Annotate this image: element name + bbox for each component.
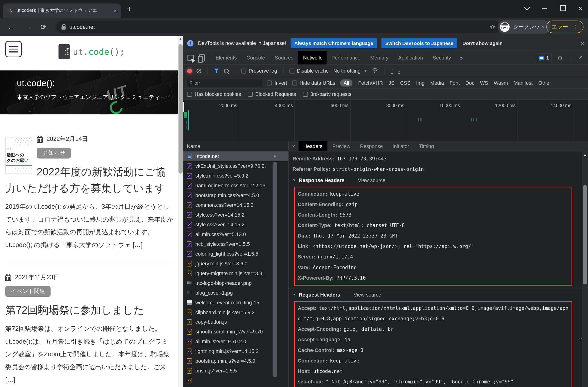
incognito-badge: シークレット <box>498 20 550 34</box>
details-tab[interactable]: Response <box>355 141 388 151</box>
scroll-up-arrow-icon[interactable]: ▲ <box>272 154 277 158</box>
issues-counter[interactable]: 1 <box>536 53 552 62</box>
reload-button[interactable]: ⟳ <box>41 23 46 31</box>
devtools-tab[interactable]: Network <box>298 51 327 64</box>
details-tab[interactable]: Preview <box>327 141 355 151</box>
throttling-dropdown[interactable]: No throttling ▼ <box>333 68 367 74</box>
back-button[interactable]: ← <box>7 23 15 31</box>
filter-category[interactable]: JS <box>388 80 394 86</box>
filter-funnel-icon[interactable] <box>214 68 220 73</box>
network-conditions-icon[interactable] <box>372 68 378 74</box>
scrollbar-thumb[interactable] <box>179 44 183 174</box>
devtools-tab[interactable]: Security <box>428 51 456 64</box>
devtools-tab[interactable]: Elements <box>211 51 242 64</box>
view-source-link[interactable]: View source <box>358 178 385 183</box>
details-close-icon[interactable]: × <box>289 143 298 149</box>
filter-category[interactable]: Manifest <box>513 80 532 86</box>
request-name: style.css?ver=14.15.2 <box>195 222 244 227</box>
post-category-badge[interactable]: イベント関連 <box>5 286 51 297</box>
filter-input[interactable] <box>187 79 262 86</box>
search-icon[interactable] <box>224 68 229 73</box>
match-language-button[interactable]: Always match Chrome's language <box>291 38 377 49</box>
minimize-button[interactable] <box>542 8 547 9</box>
disable-cache-checkbox[interactable] <box>289 68 294 73</box>
filter-category[interactable]: CSS <box>400 80 411 86</box>
bookmark-star-icon[interactable]: ☆ <box>490 23 495 31</box>
filter-category[interactable]: Doc <box>465 80 474 86</box>
disclosure-triangle-icon[interactable]: ▼ <box>293 293 296 297</box>
devtools-kebab-icon[interactable]: ⋮ <box>568 54 574 61</box>
details-scrollbar[interactable]: ▲ <box>582 151 588 387</box>
site-logo[interactable]: UT.C ut.code(); <box>0 44 183 59</box>
scroll-up-arrow-icon[interactable]: ▲ <box>178 36 183 42</box>
profile-error-button[interactable]: エラー ⋮ <box>546 21 584 33</box>
request-type-icon <box>187 241 192 247</box>
hero-title: ut.code(); <box>17 78 183 89</box>
address-bar[interactable]: utcode.net ☆ <box>56 21 501 34</box>
lock-icon[interactable] <box>62 26 65 30</box>
third-party-requests-checkbox[interactable] <box>303 92 308 96</box>
devtools-tab[interactable]: Application <box>393 51 428 64</box>
inspect-element-icon[interactable] <box>185 53 196 62</box>
forward-button[interactable]: → <box>24 23 31 31</box>
request-type-icon <box>187 173 192 179</box>
devtools-close-icon[interactable]: × <box>579 54 583 61</box>
devtools-tab[interactable]: Performance <box>327 51 365 64</box>
tab-search-chevron-icon[interactable] <box>524 4 530 10</box>
filter-category[interactable]: Img <box>416 80 424 86</box>
filter-category[interactable]: WS <box>480 80 488 86</box>
hide-data-urls-checkbox[interactable] <box>292 81 297 85</box>
request-list-scrollbar[interactable]: ▲ <box>272 154 277 386</box>
dont-show-again-button[interactable]: Don't show again <box>462 41 503 46</box>
switch-japanese-button[interactable]: Switch DevTools to Japanese <box>381 38 457 49</box>
scroll-up-arrow-icon[interactable]: ▲ <box>582 153 588 157</box>
post-title[interactable]: 第72回駒場祭に参加しました <box>5 302 174 319</box>
details-tabs: Headers Preview Response Initiator Timin… <box>298 141 439 151</box>
new-tab-button[interactable]: + <box>127 4 132 14</box>
request-type-icon <box>187 300 192 305</box>
devtools-tab[interactable]: Console <box>241 51 270 64</box>
incognito-icon <box>500 22 510 32</box>
tab-close-icon[interactable]: × <box>114 7 117 14</box>
blog-post: e(); 活動への クのお願い 2022年2月14日 お知らせ 2022年度の新… <box>5 135 174 252</box>
filter-category[interactable]: Other <box>538 80 551 86</box>
request-name: common.css?ver=14.15.2 <box>195 202 253 208</box>
name-column-header[interactable]: Name <box>183 141 288 152</box>
browser-tab[interactable]: UT.C ut.code(); | 東京大学のソフトウェアエ × <box>3 3 121 18</box>
network-overview-timeline[interactable]: 2000 ms 4000 ms 6000 ms 8000 ms 10000 ms… <box>183 100 588 141</box>
details-tab[interactable]: Initiator <box>388 141 414 151</box>
more-tabs-icon[interactable]: » <box>456 55 466 61</box>
devtools-tab[interactable]: Sources <box>270 51 298 64</box>
invert-checkbox[interactable] <box>267 81 272 85</box>
filter-category[interactable]: Font <box>450 80 460 86</box>
maximize-button[interactable] <box>560 5 566 11</box>
filter-category[interactable]: Media <box>430 80 444 86</box>
filter-category[interactable]: Fetch/XHR <box>358 80 383 86</box>
record-button[interactable] <box>187 68 192 73</box>
post-category-badge[interactable]: お知らせ <box>37 148 71 159</box>
url-text[interactable]: utcode.net <box>69 24 95 30</box>
preserve-log-checkbox[interactable] <box>241 68 246 73</box>
request-filter-row: Has blocked cookies Blocked Requests 3rd… <box>183 89 588 100</box>
export-har-icon[interactable]: ↓ <box>398 68 400 74</box>
info-icon: i <box>187 40 194 46</box>
disclosure-triangle-icon[interactable]: ▼ <box>293 179 296 182</box>
device-toolbar-icon[interactable] <box>196 53 208 62</box>
filter-category[interactable]: All <box>340 79 353 86</box>
filter-category[interactable]: Wasm <box>494 80 508 86</box>
devtools-tab[interactable]: Memory <box>365 51 393 64</box>
blocked-requests-checkbox[interactable] <box>248 92 253 96</box>
details-tab[interactable]: Headers <box>298 141 327 151</box>
clear-icon[interactable] <box>196 68 201 73</box>
has-blocked-cookies-checkbox[interactable] <box>187 92 192 96</box>
post-thumbnail[interactable]: e(); 活動への クのお願い <box>5 138 32 174</box>
scrollbar-thumb[interactable] <box>583 185 587 285</box>
devtools-settings-gear-icon[interactable]: ⚙ <box>557 54 563 62</box>
details-tab[interactable]: Timing <box>414 141 439 151</box>
view-source-link[interactable]: View source <box>354 292 381 298</box>
scrollbar-thumb[interactable] <box>273 162 277 377</box>
infobar-close-icon[interactable]: × <box>581 40 585 47</box>
window-close-button[interactable]: × <box>578 5 583 12</box>
import-har-icon[interactable]: ↑ <box>391 68 393 74</box>
devtools-tabs: Elements Console Sources Network Perform… <box>211 51 456 64</box>
